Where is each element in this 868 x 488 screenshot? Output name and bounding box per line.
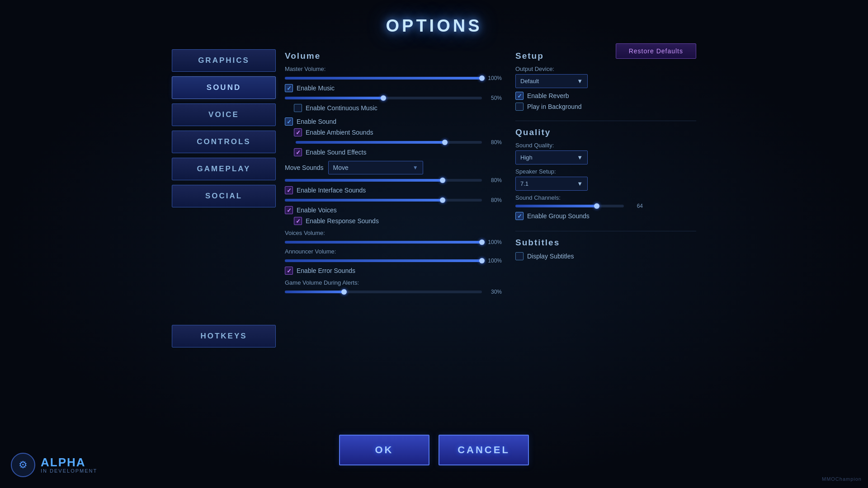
- master-volume-label: Master Volume:: [285, 66, 344, 72]
- master-volume-slider[interactable]: [285, 77, 482, 80]
- interface-volume-slider[interactable]: [285, 199, 482, 202]
- enable-sound-checkbox[interactable]: [285, 117, 293, 126]
- play-background-check-row[interactable]: Play in Background: [515, 103, 696, 111]
- display-subtitles-check-row[interactable]: Display Subtitles: [515, 252, 696, 260]
- subtitles-section-title: Subtitles: [515, 238, 696, 248]
- enable-interface-label: Enable Interface Sounds: [297, 187, 366, 194]
- music-volume-slider-row: 50%: [285, 95, 502, 101]
- move-volume-slider[interactable]: [285, 179, 482, 182]
- master-volume-value: 100%: [486, 75, 502, 81]
- logo-text: ALPHA IN DEVELOPMENT: [41, 456, 97, 474]
- enable-ambient-label: Enable Ambient Sounds: [306, 129, 373, 136]
- speaker-setup-label: Speaker Setup:: [515, 168, 696, 175]
- page: OPTIONS Restore Defaults GRAPHICS SOUND …: [0, 0, 868, 488]
- page-title: OPTIONS: [386, 16, 482, 36]
- main-panel: Volume Master Volume: 100% Enable Music: [285, 49, 696, 347]
- sound-quality-value: High: [520, 154, 533, 161]
- announcer-volume-value: 100%: [486, 258, 502, 264]
- enable-voices-checkbox[interactable]: [285, 206, 293, 214]
- enable-group-sounds-checkbox[interactable]: [515, 212, 524, 220]
- enable-voices-check-row[interactable]: Enable Voices: [285, 206, 502, 214]
- alerts-volume-label: Game Volume During Alerts:: [285, 279, 359, 286]
- announcer-volume-label: Announcer Volume:: [285, 248, 344, 255]
- cancel-button[interactable]: CANCEL: [439, 435, 529, 465]
- enable-sound-effects-label: Enable Sound Effects: [306, 149, 366, 156]
- sidebar-item-voice[interactable]: VOICE: [172, 103, 276, 126]
- announcer-volume-label-row: Announcer Volume:: [285, 248, 502, 255]
- output-device-label: Output Device:: [515, 66, 696, 72]
- master-volume-row: Master Volume:: [285, 66, 502, 72]
- sidebar-item-hotkeys[interactable]: HOTKEYS: [172, 325, 276, 347]
- move-sounds-label: Move Sounds: [285, 164, 324, 171]
- sound-quality-label: Sound Quality:: [515, 142, 696, 149]
- enable-response-check-row[interactable]: Enable Response Sounds: [294, 217, 502, 225]
- music-volume-value: 50%: [486, 95, 502, 101]
- alerts-volume-slider[interactable]: [285, 291, 482, 293]
- enable-ambient-check-row[interactable]: Enable Ambient Sounds: [294, 128, 502, 136]
- enable-group-sounds-check-row[interactable]: Enable Group Sounds: [515, 212, 696, 220]
- enable-interface-checkbox[interactable]: [285, 186, 293, 194]
- alerts-volume-label-row: Game Volume During Alerts:: [285, 279, 502, 286]
- logo-icon: ⚙: [11, 453, 35, 477]
- master-volume-slider-row: 100%: [285, 75, 502, 81]
- sidebar-item-sound[interactable]: SOUND: [172, 76, 276, 99]
- enable-sound-effects-check-row[interactable]: Enable Sound Effects: [294, 148, 502, 156]
- sidebar-item-social[interactable]: SOCIAL: [172, 185, 276, 207]
- speaker-setup-select[interactable]: 7.1 ▼: [515, 177, 588, 191]
- sound-channels-slider[interactable]: [515, 205, 624, 207]
- play-background-label: Play in Background: [527, 103, 582, 110]
- speaker-setup-arrow: ▼: [577, 180, 583, 187]
- enable-reverb-label: Enable Reverb: [527, 92, 569, 99]
- enable-error-label: Enable Error Sounds: [297, 267, 355, 274]
- enable-ambient-checkbox[interactable]: [294, 128, 302, 136]
- enable-music-check-row[interactable]: Enable Music: [285, 84, 502, 92]
- play-background-checkbox[interactable]: [515, 103, 524, 111]
- enable-error-check-row[interactable]: Enable Error Sounds: [285, 267, 502, 275]
- enable-sound-effects-checkbox[interactable]: [294, 148, 302, 156]
- logo-alpha-text: ALPHA: [41, 456, 97, 468]
- volume-section: Volume Master Volume: 100% Enable Music: [285, 49, 502, 347]
- quality-divider: [515, 231, 696, 231]
- enable-response-label: Enable Response Sounds: [306, 217, 379, 225]
- enable-continuous-music-checkbox[interactable]: [294, 104, 302, 112]
- logo-area: ⚙ ALPHA IN DEVELOPMENT: [11, 453, 97, 477]
- sidebar: GRAPHICS SOUND VOICE CONTROLS GAMEPLAY S…: [172, 49, 276, 347]
- restore-defaults-button[interactable]: Restore Defaults: [616, 43, 696, 59]
- sidebar-item-gameplay[interactable]: GAMEPLAY: [172, 158, 276, 180]
- enable-continuous-music-check-row[interactable]: Enable Continuous Music: [294, 104, 502, 112]
- voices-volume-value: 100%: [486, 239, 502, 245]
- display-subtitles-label: Display Subtitles: [527, 253, 574, 260]
- enable-sound-check-row[interactable]: Enable Sound: [285, 117, 502, 126]
- enable-response-checkbox[interactable]: [294, 217, 302, 225]
- ok-button[interactable]: OK: [339, 435, 429, 465]
- ambient-volume-slider[interactable]: [296, 141, 482, 144]
- move-sounds-row: Move Sounds Move ▼: [285, 161, 502, 174]
- sidebar-item-controls[interactable]: CONTROLS: [172, 131, 276, 153]
- content-area: GRAPHICS SOUND VOICE CONTROLS GAMEPLAY S…: [172, 49, 696, 347]
- enable-reverb-check-row[interactable]: Enable Reverb: [515, 92, 696, 100]
- alerts-volume-value: 30%: [486, 289, 502, 295]
- voices-volume-slider[interactable]: [285, 241, 482, 244]
- output-device-select[interactable]: Default ▼: [515, 74, 588, 88]
- sidebar-item-graphics[interactable]: GRAPHICS: [172, 49, 276, 72]
- setup-section: Setup Output Device: Default ▼ Enable Re…: [515, 49, 696, 347]
- enable-voices-label: Enable Voices: [297, 206, 337, 214]
- enable-error-checkbox[interactable]: [285, 267, 293, 275]
- mmo-champion-logo: MMOChampion: [822, 476, 862, 482]
- enable-music-checkbox[interactable]: [285, 84, 293, 92]
- enable-reverb-checkbox[interactable]: [515, 92, 524, 100]
- voices-volume-label-row: Voices Volume:: [285, 230, 502, 236]
- voices-volume-slider-row: 100%: [285, 239, 502, 245]
- sound-channels-slider-row: 64: [515, 203, 696, 209]
- enable-interface-check-row[interactable]: Enable Interface Sounds: [285, 186, 502, 194]
- display-subtitles-checkbox[interactable]: [515, 252, 524, 260]
- enable-sound-label: Enable Sound: [297, 118, 336, 125]
- sound-quality-select[interactable]: High ▼: [515, 150, 588, 164]
- music-volume-slider[interactable]: [285, 97, 482, 99]
- output-device-arrow: ▼: [577, 78, 583, 84]
- announcer-volume-slider[interactable]: [285, 259, 482, 262]
- move-sounds-value: Move: [333, 164, 349, 171]
- sound-quality-arrow: ▼: [577, 154, 583, 161]
- move-sounds-dropdown[interactable]: Move ▼: [328, 161, 423, 174]
- enable-group-sounds-label: Enable Group Sounds: [527, 212, 590, 220]
